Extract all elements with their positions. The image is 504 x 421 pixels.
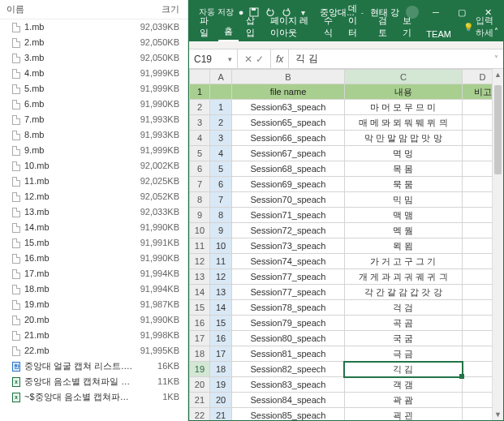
cell[interactable]: 괵 괸 <box>344 408 462 421</box>
cell[interactable]: 10 <box>209 238 231 254</box>
row-header[interactable]: 13 <box>190 269 210 285</box>
row-header[interactable]: 16 <box>190 316 210 331</box>
cell[interactable]: Session77_speach <box>232 285 345 300</box>
file-row[interactable]: 13.mb92,033KB <box>0 204 187 220</box>
row-header[interactable]: 14 <box>190 285 210 300</box>
cell[interactable]: 9 <box>209 223 231 238</box>
cell[interactable]: 가 거 고 구 그 기 <box>344 254 462 269</box>
row-header[interactable]: 11 <box>190 238 210 254</box>
cell[interactable]: 국 굼 <box>344 331 462 346</box>
row-header[interactable]: 18 <box>190 346 210 362</box>
file-row[interactable]: 18.mb91,994KB <box>0 281 187 297</box>
cell[interactable]: 막 만 말 맘 맙 맛 망 <box>344 131 462 146</box>
file-row[interactable]: 15.mb91,991KB <box>0 235 187 251</box>
row-header[interactable]: 5 <box>190 146 210 161</box>
cell[interactable]: 6 <box>209 177 231 192</box>
file-row[interactable]: 14.mb91,990KB <box>0 220 187 235</box>
cell[interactable]: Session79_speach <box>232 316 345 331</box>
fx-icon[interactable]: fx <box>271 49 289 68</box>
file-row[interactable]: 5.mb91,999KB <box>0 81 187 97</box>
file-row[interactable]: 7.mb91,993KB <box>0 112 187 127</box>
formula-input[interactable]: 긱 김 <box>289 52 324 66</box>
cell[interactable]: 멱 멍 <box>344 146 462 161</box>
tab-view[interactable]: 보기 <box>397 12 420 41</box>
cell[interactable]: Session78_speach <box>232 300 345 316</box>
file-row[interactable]: 17.mb91,994KB <box>0 266 187 281</box>
cell[interactable]: 4 <box>209 146 231 161</box>
row-header[interactable]: 6 <box>190 161 210 177</box>
col-header-C[interactable]: C <box>344 70 462 84</box>
cell[interactable]: 21 <box>209 408 231 421</box>
save-icon[interactable] <box>248 6 260 18</box>
col-header-A[interactable]: A <box>209 70 231 84</box>
row-header[interactable]: 8 <box>190 192 210 208</box>
cell[interactable]: Session81_speach <box>232 346 345 362</box>
cell[interactable]: Session68_speach <box>232 161 345 177</box>
row-header[interactable]: 22 <box>190 408 210 421</box>
cell[interactable]: Session74_speach <box>232 254 345 269</box>
cell[interactable]: 개 게 과 괴 궈 궤 귀 긔 <box>344 269 462 285</box>
cell[interactable]: 7 <box>209 192 231 208</box>
file-row[interactable]: 20.mb91,990KB <box>0 312 187 328</box>
cell[interactable]: 2 <box>209 115 231 131</box>
cell[interactable]: Session70_speach <box>232 192 345 208</box>
header-cell-A[interactable] <box>209 84 231 100</box>
cell[interactable]: Session84_speach <box>232 393 345 408</box>
row-header[interactable]: 17 <box>190 331 210 346</box>
file-row[interactable]: 2.mb92,050KB <box>0 35 187 50</box>
scroll-down-icon[interactable]: ▼ <box>493 409 503 420</box>
col-size-header[interactable]: 크기 <box>136 3 187 15</box>
row-header[interactable]: 20 <box>190 377 210 393</box>
scroll-up-icon[interactable]: ▲ <box>493 69 503 80</box>
cell[interactable]: 15 <box>209 316 231 331</box>
cell[interactable]: 1 <box>209 100 231 115</box>
file-row[interactable]: 4.mb91,999KB <box>0 66 187 81</box>
tab-team[interactable]: TEAM <box>420 27 457 41</box>
cell[interactable]: 극 금 <box>344 346 462 362</box>
file-row[interactable]: 21.mb91,998KB <box>0 328 187 343</box>
file-row[interactable]: 12.mb92,052KB <box>0 189 187 204</box>
file-row[interactable]: 8.mb91,993KB <box>0 127 187 143</box>
redo-icon[interactable] <box>281 6 292 18</box>
cancel-edit-icon[interactable]: ✕ <box>244 54 252 65</box>
cell[interactable]: 맥 맴 <box>344 208 462 223</box>
cell[interactable]: 목 몸 <box>344 161 462 177</box>
cell[interactable]: 14 <box>209 300 231 316</box>
cell[interactable]: Session69_speach <box>232 177 345 192</box>
tab-data[interactable]: 데이터 <box>342 0 371 41</box>
cell[interactable]: 객 갬 <box>344 377 462 393</box>
cell[interactable]: Session83_speach <box>232 377 345 393</box>
cell[interactable]: 16 <box>209 331 231 346</box>
minimize-button[interactable]: ─ <box>424 3 448 21</box>
cell[interactable]: Session80_speach <box>232 331 345 346</box>
name-box[interactable]: C19 ▾ <box>189 49 238 68</box>
cell[interactable]: 5 <box>209 161 231 177</box>
cell[interactable]: Session82_speech <box>232 362 345 377</box>
expand-formula-bar-icon[interactable]: ˅ <box>489 54 503 63</box>
cell[interactable]: 11 <box>209 254 231 269</box>
row-header[interactable]: 19 <box>190 362 210 377</box>
cell[interactable]: Session77_speach <box>232 269 345 285</box>
cell[interactable]: Session65_speach <box>232 115 345 131</box>
tab-formulas[interactable]: 수식 <box>318 12 341 41</box>
file-row[interactable]: 22.mb91,995KB <box>0 343 187 359</box>
autosave-toggle-icon[interactable]: ● <box>239 6 244 18</box>
select-all-corner[interactable] <box>190 70 210 84</box>
cell[interactable]: 곡 곰 <box>344 316 462 331</box>
file-row[interactable]: 19.mb91,987KB <box>0 297 187 312</box>
cell[interactable]: Session71_speach <box>232 208 345 223</box>
cell[interactable]: 각 간 갈 감 갑 갓 강 <box>344 285 462 300</box>
row-header[interactable]: 10 <box>190 223 210 238</box>
scroll-thumb[interactable] <box>494 85 502 174</box>
cell[interactable]: 3 <box>209 131 231 146</box>
cell[interactable]: 17 <box>209 346 231 362</box>
cell[interactable]: 곽 괌 <box>344 393 462 408</box>
cell[interactable]: Session66_speach <box>232 131 345 146</box>
cell[interactable]: 긱 김 <box>344 362 462 377</box>
cell[interactable]: 멕 뭠 <box>344 223 462 238</box>
ribbon-collapse-icon[interactable]: ˄ <box>494 27 498 36</box>
undo-icon[interactable] <box>265 6 276 18</box>
header-cell-B[interactable]: file name <box>232 84 345 100</box>
cell[interactable]: Session72_speach <box>232 223 345 238</box>
file-row[interactable]: x~$중앙대 음소별 캡쳐파일 리스트.xlsx1KB <box>0 389 187 405</box>
